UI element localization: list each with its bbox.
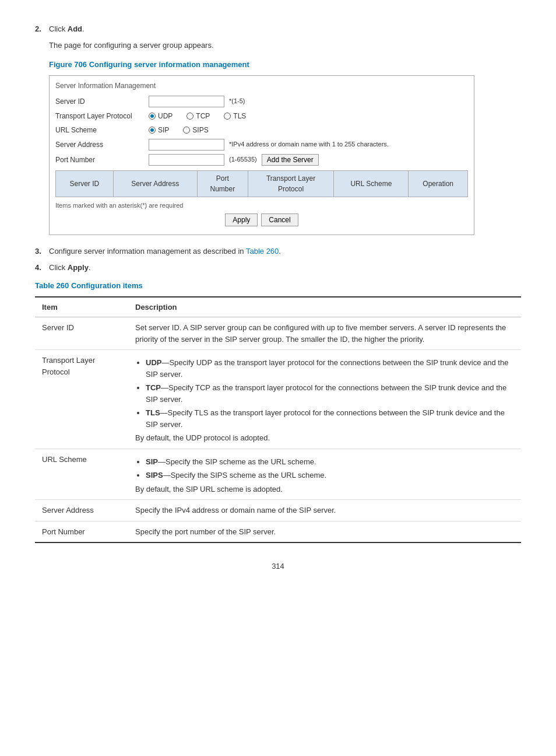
- server-address-input[interactable]: [149, 139, 224, 150]
- step-4-text: Click: [49, 263, 68, 272]
- step-3-content: Configure server information management …: [49, 246, 521, 257]
- page-number: 314: [35, 561, 521, 572]
- apply-button[interactable]: Apply: [225, 214, 258, 226]
- add-server-button[interactable]: Add the Server: [262, 154, 319, 166]
- col-server-id: Server ID: [56, 170, 114, 197]
- cancel-button[interactable]: Cancel: [261, 214, 298, 226]
- udp-radio[interactable]: [149, 113, 156, 120]
- server-table: Server ID Server Address PortNumber Tran…: [55, 170, 468, 197]
- transport-tcp[interactable]: TCP: [186, 111, 210, 121]
- url-radio-group: SIP SIPS: [149, 125, 209, 135]
- step-2-suffix: .: [82, 24, 85, 33]
- server-info-management-box: Server Information Management Server ID …: [49, 75, 474, 236]
- server-address-hint: *IPv4 address or domain name with 1 to 2…: [229, 139, 389, 149]
- config-table: Item Description Server ID Set server ID…: [35, 296, 521, 544]
- tcp-label: TCP: [196, 111, 210, 121]
- step-2-subtext: The page for configuring a server group …: [49, 40, 521, 51]
- step-2-content: Click Add.: [49, 23, 521, 35]
- transport-tls[interactable]: TLS: [224, 111, 246, 121]
- server-address-label: Server Address: [55, 139, 149, 150]
- sim-box-title: Server Information Management: [55, 80, 468, 91]
- url-scheme-label: URL Scheme: [55, 125, 149, 135]
- server-id-hint: *(1-5): [229, 96, 245, 106]
- transport-default: By default, the UDP protocol is adopted.: [135, 433, 270, 442]
- port-number-label: Port Number: [55, 155, 149, 165]
- url-scheme-row: URL Scheme SIP SIPS: [55, 125, 468, 135]
- item-server-address: Server Address: [35, 500, 128, 522]
- tls-label: TLS: [233, 111, 246, 121]
- form-buttons: Apply Cancel: [55, 214, 468, 226]
- col-server-address: Server Address: [113, 170, 197, 197]
- step-3: 3. Configure server information manageme…: [35, 246, 521, 257]
- sip-label: SIP: [158, 125, 169, 135]
- step-3-number: 3.: [35, 246, 49, 257]
- item-transport: Transport Layer Protocol: [35, 350, 128, 449]
- sips-radio[interactable]: [183, 127, 190, 134]
- table-row: URL Scheme SIP—Specify the SIP scheme as…: [35, 449, 521, 500]
- figure-title: Figure 706 Configuring server informatio…: [49, 59, 521, 71]
- url-sips[interactable]: SIPS: [183, 125, 208, 135]
- desc-server-address: Specify the IPv4 address or domain name …: [128, 500, 521, 522]
- col-port-number: PortNumber: [197, 170, 248, 197]
- col-item: Item: [35, 297, 128, 317]
- item-url-scheme: URL Scheme: [35, 449, 128, 500]
- sip-radio[interactable]: [149, 127, 156, 134]
- table-row: Transport Layer Protocol UDP—Specify UDP…: [35, 350, 521, 449]
- col-description: Description: [128, 297, 521, 317]
- sips-label: SIPS: [192, 125, 208, 135]
- step-4-bold: Apply: [68, 263, 89, 272]
- transport-layer-row: Transport Layer Protocol UDP TCP TLS: [55, 111, 468, 121]
- item-port-number: Port Number: [35, 521, 128, 542]
- table-260-link[interactable]: Table 260: [246, 247, 279, 256]
- transport-radio-group: UDP TCP TLS: [149, 111, 246, 121]
- step-2-text: Click: [49, 24, 68, 33]
- server-address-row: Server Address *IPv4 address or domain n…: [55, 139, 468, 150]
- col-transport-layer: Transport LayerProtocol: [248, 170, 334, 197]
- item-server-id: Server ID: [35, 317, 128, 350]
- port-number-row: Port Number (1-65535) Add the Server: [55, 154, 468, 166]
- tls-radio[interactable]: [224, 113, 231, 120]
- step-4: 4. Click Apply.: [35, 262, 521, 274]
- step-4-number: 4.: [35, 262, 49, 274]
- step-3-suffix: .: [279, 247, 281, 256]
- server-id-row: Server ID *(1-5): [55, 96, 468, 107]
- udp-label: UDP: [158, 111, 173, 121]
- port-number-hint: (1-65535): [229, 155, 257, 164]
- table-260-title: Table 260 Configuration items: [35, 280, 521, 292]
- table-row: Port Number Specify the port number of t…: [35, 521, 521, 542]
- desc-port-number: Specify the port number of the SIP serve…: [128, 521, 521, 542]
- desc-url-scheme: SIP—Specify the SIP scheme as the URL sc…: [128, 449, 521, 500]
- step-4-content: Click Apply.: [49, 262, 521, 274]
- table-row: Server Address Specify the IPv4 address …: [35, 500, 521, 522]
- col-url-scheme: URL Scheme: [334, 170, 409, 197]
- step-2-bold: Add: [68, 24, 82, 33]
- desc-server-id: Set server ID. A SIP server group can be…: [128, 317, 521, 350]
- asterisk-note: Items marked with an asterisk(*) are req…: [55, 201, 468, 211]
- tcp-radio[interactable]: [186, 113, 193, 120]
- port-number-input[interactable]: [149, 154, 224, 166]
- step-2: 2. Click Add.: [35, 23, 521, 35]
- step-2-number: 2.: [35, 23, 49, 35]
- url-scheme-default: By default, the SIP URL scheme is adopte…: [135, 485, 283, 494]
- server-id-input[interactable]: [149, 96, 224, 107]
- url-sip[interactable]: SIP: [149, 125, 169, 135]
- desc-transport: UDP—Specify UDP as the transport layer p…: [128, 350, 521, 449]
- step-3-text: Configure server information management …: [49, 247, 246, 256]
- step-4-suffix: .: [89, 263, 91, 272]
- server-id-label: Server ID: [55, 96, 149, 107]
- col-operation: Operation: [409, 170, 468, 197]
- transport-udp[interactable]: UDP: [149, 111, 173, 121]
- table-row: Server ID Set server ID. A SIP server gr…: [35, 317, 521, 350]
- transport-label: Transport Layer Protocol: [55, 111, 149, 121]
